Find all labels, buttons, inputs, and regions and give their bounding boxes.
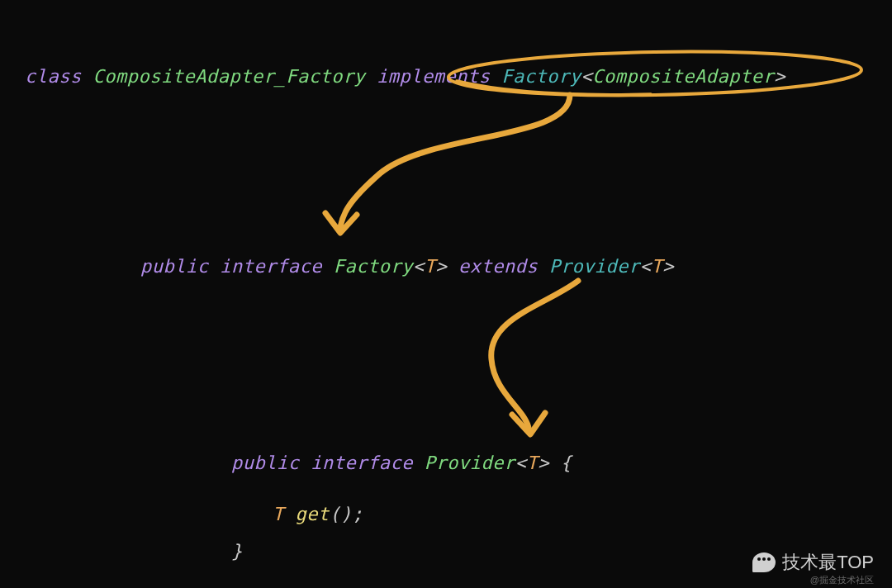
brace-open: { xyxy=(561,453,572,473)
brace-close: } xyxy=(231,541,243,562)
type-param-t: T xyxy=(652,256,663,277)
chat-bubble-icon xyxy=(752,552,776,572)
angle-open: < xyxy=(640,256,652,277)
angle-open: < xyxy=(581,66,593,87)
type-factory: Factory xyxy=(501,66,581,87)
angle-close: > xyxy=(774,66,785,87)
watermark-text: 技术最TOP xyxy=(782,550,874,575)
angle-close: > xyxy=(662,256,674,277)
code-line-class-decl: class CompositeAdapter_Factory implement… xyxy=(25,66,785,87)
type-factory: Factory xyxy=(334,256,413,277)
keyword-public: public xyxy=(140,256,208,277)
code-line-factory-interface: public interface Factory<T> extends Prov… xyxy=(140,256,674,277)
angle-close: > xyxy=(538,453,549,473)
parens: (); xyxy=(330,504,363,524)
type-param-t: T xyxy=(526,453,538,473)
code-line-brace-close: } xyxy=(231,541,243,562)
arrow-2 xyxy=(463,273,644,446)
keyword-extends: extends xyxy=(458,256,538,277)
generic-arg: CompositeAdapter xyxy=(592,66,774,87)
code-line-provider-interface: public interface Provider<T> { xyxy=(231,453,572,473)
angle-open: < xyxy=(515,453,527,473)
keyword-implements: implements xyxy=(377,66,490,87)
arrow-1 xyxy=(306,83,636,248)
return-type: T xyxy=(273,504,284,524)
angle-open: < xyxy=(413,256,425,277)
type-provider: Provider xyxy=(549,256,640,277)
class-name: CompositeAdapter_Factory xyxy=(93,66,365,87)
keyword-interface: interface xyxy=(220,256,322,277)
method-name: get xyxy=(296,504,330,524)
keyword-interface: interface xyxy=(311,453,413,473)
code-line-method: T get(); xyxy=(273,504,363,524)
angle-close: > xyxy=(435,256,447,277)
type-param-t: T xyxy=(425,256,436,277)
keyword-class: class xyxy=(25,66,82,87)
watermark: 技术最TOP xyxy=(752,550,874,575)
type-provider: Provider xyxy=(425,453,515,473)
sub-watermark: @掘金技术社区 xyxy=(810,574,874,586)
keyword-public: public xyxy=(231,453,299,473)
